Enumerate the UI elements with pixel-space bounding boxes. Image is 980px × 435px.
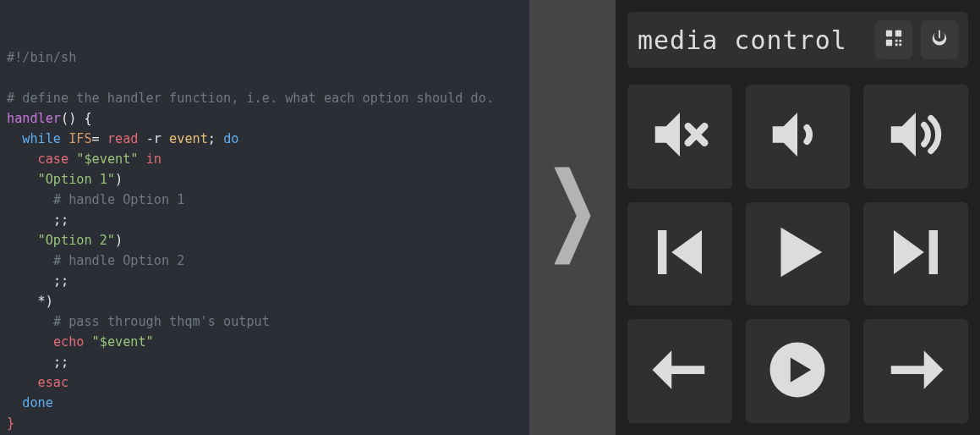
svg-rect-4 bbox=[899, 40, 901, 42]
power-button[interactable] bbox=[921, 20, 958, 59]
svg-rect-8 bbox=[929, 230, 938, 274]
media-control-panel: media control bbox=[616, 0, 980, 435]
arrow-left-button[interactable] bbox=[627, 319, 732, 423]
code-lines: #!/bin/sh # define the handler function,… bbox=[7, 47, 521, 435]
arrow-right-button[interactable] bbox=[863, 319, 968, 423]
panel-title: media control bbox=[638, 25, 867, 55]
panel-header: media control bbox=[627, 12, 968, 68]
play-button[interactable] bbox=[746, 202, 851, 306]
volume-down-icon bbox=[764, 102, 830, 171]
code-editor: #!/bin/sh # define the handler function,… bbox=[0, 0, 529, 435]
play-circle-icon bbox=[764, 337, 830, 406]
mute-button[interactable] bbox=[627, 85, 732, 189]
mute-icon bbox=[647, 102, 713, 171]
chevron-right-icon bbox=[552, 165, 593, 270]
previous-icon bbox=[647, 219, 713, 289]
previous-button[interactable] bbox=[627, 202, 732, 306]
arrow-right-icon bbox=[883, 337, 949, 406]
play-icon bbox=[764, 219, 830, 289]
button-grid bbox=[627, 85, 968, 423]
svg-rect-0 bbox=[886, 30, 892, 36]
svg-rect-7 bbox=[658, 230, 666, 274]
svg-rect-5 bbox=[895, 43, 898, 46]
play-circle-button[interactable] bbox=[746, 319, 851, 423]
next-icon bbox=[883, 219, 949, 289]
qr-icon bbox=[884, 29, 903, 51]
svg-rect-6 bbox=[899, 43, 901, 46]
volume-up-button[interactable] bbox=[863, 85, 968, 189]
arrow-left-icon bbox=[647, 337, 713, 406]
volume-up-icon bbox=[883, 102, 949, 171]
next-button[interactable] bbox=[863, 202, 968, 306]
volume-down-button[interactable] bbox=[746, 85, 851, 189]
arrow-divider bbox=[529, 0, 616, 435]
svg-rect-2 bbox=[886, 40, 892, 46]
power-icon bbox=[930, 29, 949, 51]
qr-button[interactable] bbox=[875, 20, 912, 59]
svg-rect-3 bbox=[895, 40, 898, 42]
svg-rect-1 bbox=[895, 30, 901, 36]
